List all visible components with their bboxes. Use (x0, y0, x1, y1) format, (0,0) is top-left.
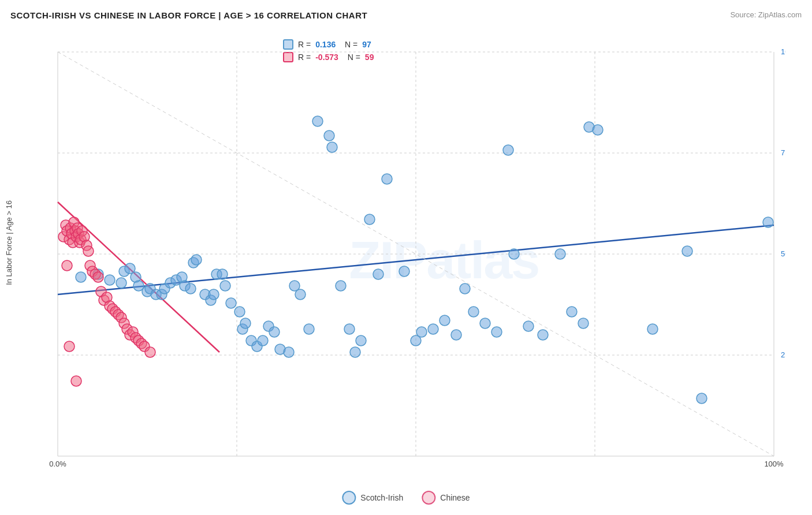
svg-point-109 (83, 246, 94, 256)
svg-text:25.0%: 25.0% (781, 350, 785, 359)
svg-point-55 (284, 347, 294, 357)
svg-point-81 (523, 321, 534, 331)
svg-point-58 (304, 324, 314, 334)
svg-point-36 (185, 283, 196, 294)
legend-chinese: Chinese (422, 491, 470, 505)
svg-point-83 (555, 249, 565, 259)
svg-point-46 (234, 307, 245, 317)
svg-point-87 (593, 125, 603, 135)
chart-svg: 100.0% 75.0% 50.0% 25.0% 0.0% 100% (35, 32, 785, 482)
svg-point-90 (696, 393, 707, 404)
svg-point-91 (763, 217, 773, 227)
svg-point-113 (93, 272, 103, 282)
svg-point-53 (269, 327, 280, 337)
svg-point-65 (356, 335, 366, 346)
chart-title: SCOTCH-IRISH VS CHINESE IN LABOR FORCE |… (10, 10, 367, 20)
svg-point-45 (226, 298, 236, 308)
svg-point-75 (460, 283, 470, 294)
svg-point-44 (220, 281, 230, 291)
svg-point-61 (327, 142, 337, 152)
svg-point-78 (491, 327, 502, 337)
svg-point-38 (191, 255, 202, 265)
svg-point-59 (312, 116, 323, 126)
svg-point-72 (428, 324, 438, 334)
svg-point-85 (578, 318, 588, 329)
svg-point-51 (258, 335, 268, 346)
svg-text:100%: 100% (764, 460, 784, 468)
svg-point-82 (538, 330, 548, 340)
svg-point-80 (509, 249, 519, 259)
chart-container: SCOTCH-IRISH VS CHINESE IN LABOR FORCE |… (0, 0, 812, 515)
svg-text:50.0%: 50.0% (781, 249, 785, 258)
svg-point-133 (71, 376, 81, 386)
svg-point-77 (480, 318, 490, 329)
scotch-irish-legend-swatch (342, 491, 356, 505)
chart-legend: Scotch-Irish Chinese (342, 491, 470, 505)
svg-point-19 (76, 272, 86, 282)
scotch-irish-legend-label: Scotch-Irish (360, 493, 403, 502)
svg-point-67 (373, 269, 383, 279)
source-label: Source: ZipAtlas.com (730, 10, 802, 19)
svg-point-57 (295, 289, 306, 300)
svg-point-131 (62, 260, 72, 271)
svg-point-21 (105, 275, 115, 285)
svg-point-48 (240, 318, 251, 329)
chinese-legend-swatch (422, 491, 435, 505)
svg-text:75.0%: 75.0% (781, 148, 785, 157)
svg-point-43 (217, 269, 228, 279)
svg-point-22 (116, 278, 126, 288)
y-axis-label: In Labor Force | Age > 16 (5, 200, 13, 285)
svg-point-41 (208, 289, 219, 300)
svg-point-130 (145, 347, 155, 357)
svg-point-73 (439, 315, 450, 326)
svg-point-68 (382, 174, 392, 184)
svg-point-89 (682, 246, 692, 256)
svg-point-62 (336, 281, 346, 291)
svg-point-64 (350, 347, 360, 357)
svg-point-63 (344, 324, 355, 334)
svg-point-76 (468, 307, 479, 317)
chinese-legend-label: Chinese (440, 493, 470, 502)
svg-point-84 (567, 307, 577, 317)
svg-point-74 (451, 330, 461, 340)
svg-point-69 (399, 266, 409, 277)
svg-point-79 (503, 145, 513, 155)
svg-text:0.0%: 0.0% (49, 460, 66, 468)
svg-point-71 (416, 327, 427, 337)
svg-point-88 (647, 324, 658, 334)
legend-scotch-irish: Scotch-Irish (342, 491, 403, 505)
svg-point-132 (64, 341, 75, 352)
svg-point-60 (324, 130, 334, 141)
svg-point-66 (364, 214, 375, 225)
svg-text:100.0%: 100.0% (781, 47, 785, 56)
